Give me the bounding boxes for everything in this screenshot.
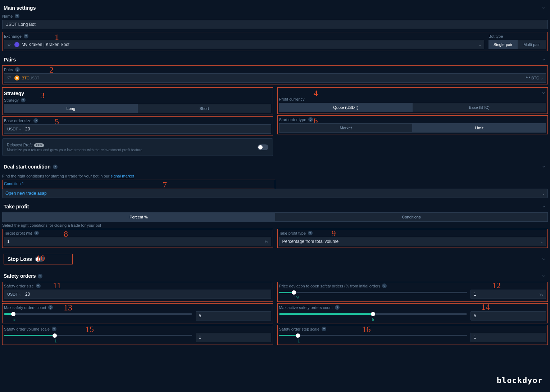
vol-scale-slider[interactable] [4,333,192,338]
target-profit-input[interactable] [4,237,271,246]
help-icon[interactable]: ? [53,165,58,169]
help-icon[interactable]: ? [15,67,20,72]
name-input[interactable] [2,20,548,29]
base-order-currency[interactable]: USDT⌵ [4,124,22,134]
pairs-section: Pairs 2 Pairs ? ₿ BTCUSDT *** BTC⌵ [2,54,548,84]
safety-orders-section: Safety orders ? 11 Safety order size ? U… [2,270,548,345]
chevron-down-icon[interactable] [541,257,546,262]
chevron-down-icon[interactable] [541,273,546,278]
max-active-slider[interactable] [279,311,467,317]
vol-scale-input[interactable] [196,333,271,342]
start-order-limit[interactable]: Limit [413,123,546,133]
heart-icon[interactable] [7,75,12,80]
main-settings-title: Main settings [4,5,36,11]
main-settings-section: Main settings Name ? 1 Exchange ? My Kra… [2,2,548,51]
stop-loss-toggle[interactable] [35,257,44,262]
take-profit-tabs: Percent % Conditions [2,212,548,222]
conditions-tab[interactable]: Conditions [275,212,548,222]
help-icon[interactable]: ? [24,34,28,38]
step-scale-display: 1 [298,339,467,343]
take-profit-type-label: Take profit type [279,231,306,235]
pair-symbol: BTCUSDT [22,76,39,80]
help-icon[interactable]: ? [382,283,387,288]
max-active-display: 5 [279,318,467,322]
step-scale-input[interactable] [471,333,546,342]
price-dev-display: 1% [294,296,467,300]
reinvest-subtitle: Maximize your returns and grow your inve… [7,148,142,152]
max-count-input[interactable] [196,311,271,320]
pairs-dropdown[interactable]: ₿ BTCUSDT *** BTC⌵ [4,73,546,83]
help-icon[interactable]: ? [21,98,26,102]
help-icon[interactable]: ? [52,327,56,331]
condition-dropdown[interactable]: Open new trade asap ⌵ [2,189,548,198]
bottype-single[interactable]: Single-pair [488,40,518,49]
exchange-label: Exchange [4,34,22,38]
pro-badge: PRO [34,143,44,147]
btc-coin-icon: ₿ [14,75,19,80]
condition-label: Condition 1 [4,181,24,186]
max-active-label: Max active safety orders count [279,305,333,310]
take-profit-type-dropdown[interactable]: Percentage from total volume ⌵ [279,237,546,246]
signal-market-link[interactable]: signal market [110,174,134,178]
deal-start-title: Deal start condition [4,164,51,170]
price-dev-slider[interactable] [279,290,467,295]
chevron-down-icon[interactable] [541,57,546,62]
take-profit-info: Select the right conditions for closing … [2,222,548,229]
strategy-long[interactable]: Long [4,104,138,113]
reinvest-box: Reinvest ProfitPRO Maximize your returns… [2,138,273,156]
stop-loss-title: Stop Loss [8,256,32,262]
target-profit-label: Target profit (%) [4,231,32,235]
percent-tab[interactable]: Percent % [2,212,275,222]
strategy-short[interactable]: Short [138,104,271,113]
help-icon[interactable]: ? [33,118,38,123]
price-dev-label: Price deviation to open safety orders (%… [279,284,380,288]
stop-loss-section: 10 Stop Loss [2,251,548,267]
chevron-down-icon[interactable] [541,91,546,96]
reinvest-toggle[interactable] [258,144,268,150]
star-icon [7,42,12,47]
pair-balance: *** BTC [526,76,539,80]
take-profit-title: Take profit [4,204,29,209]
strategy-group: Long Short [4,104,271,113]
profit-quote[interactable]: Quote (USDT) [279,103,413,112]
percent-suffix: % [540,292,543,296]
help-icon[interactable]: ? [48,305,53,310]
help-icon[interactable]: ? [322,327,326,331]
vol-scale-display: 1 [55,339,192,343]
chevron-down-icon[interactable] [541,204,546,209]
take-profit-section: Take profit Percent % Conditions Select … [2,201,548,248]
max-count-slider[interactable] [4,311,192,317]
help-icon[interactable]: ? [34,231,39,235]
safety-size-input[interactable] [22,290,271,299]
start-order-market[interactable]: Market [279,123,413,133]
max-active-input[interactable] [471,311,546,320]
chevron-down-icon[interactable] [541,164,546,169]
chevron-down-icon[interactable] [541,5,546,10]
price-dev-input[interactable] [471,290,546,299]
deal-start-info: Find the right conditions for starting a… [2,172,548,180]
step-scale-slider[interactable] [279,333,467,338]
help-icon[interactable]: ? [308,117,313,122]
profit-currency-label: Profit currency [279,97,305,101]
help-icon[interactable]: ? [38,274,42,278]
chevron-down-icon: ⌵ [541,240,543,244]
exchange-dropdown[interactable]: My Kraken | Kraken Spot ⌵ [4,40,484,49]
max-count-display: 5 [13,318,192,322]
bottype-multi[interactable]: Multi-pair [518,40,546,49]
pairs-title: Pairs [4,57,16,63]
profit-base[interactable]: Base (BTC) [413,103,546,112]
pairs-label: Pairs [4,68,13,72]
safety-size-currency[interactable]: USDT⌵ [4,290,22,299]
help-icon[interactable]: ? [335,305,340,310]
strategy-title: Strategy [4,91,24,96]
vol-scale-label: Safety order volume scale [4,327,50,331]
step-scale-label: Safety order step scale [279,327,320,331]
safety-size-label: Safety order size [4,284,34,288]
help-icon[interactable]: ? [308,231,313,235]
profit-currency-group: Quote (USDT) Base (BTC) [279,103,546,112]
help-icon[interactable]: ? [15,14,19,18]
percent-suffix: % [265,239,268,244]
help-icon[interactable]: ? [36,283,41,288]
base-order-input[interactable] [22,124,271,134]
chevron-down-icon: ⌵ [541,76,543,80]
